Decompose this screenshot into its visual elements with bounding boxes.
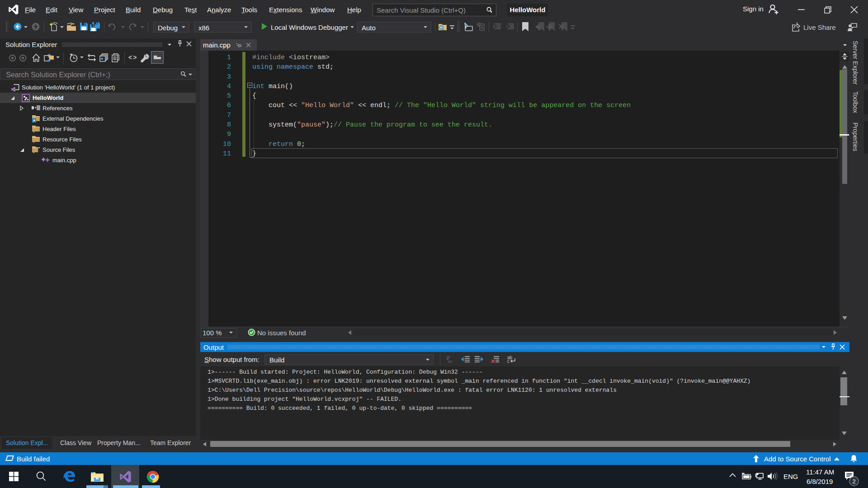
svg-text:2: 2: [852, 478, 855, 485]
svg-text:c: c: [507, 359, 509, 363]
